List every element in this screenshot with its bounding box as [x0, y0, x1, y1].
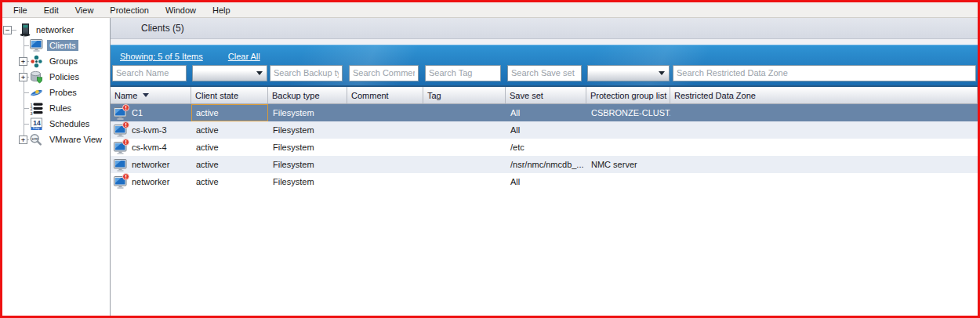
column-header-comment[interactable]: Comment	[347, 87, 423, 103]
search-backup-type-input[interactable]	[270, 65, 343, 81]
tree-item-groups[interactable]: +Groups	[2, 53, 110, 69]
tree-children: Clients+Groups+PoliciesProbes123Rules14F…	[2, 38, 110, 147]
svg-text:3: 3	[31, 110, 33, 115]
table-empty-area[interactable]	[111, 190, 978, 316]
navigation-tree: − networker Clients+Groups+PoliciesProbe…	[2, 18, 111, 316]
client-monitor-icon	[114, 158, 127, 172]
cell-name: !cs-kvm-4	[111, 139, 191, 156]
cell-name: !C1	[111, 104, 191, 121]
menu-file[interactable]: File	[10, 4, 31, 16]
alert-badge-icon: !	[122, 121, 129, 128]
menu-view[interactable]: View	[72, 4, 97, 16]
cell-tag	[423, 104, 506, 121]
client-monitor-icon: !	[114, 175, 127, 189]
cell-restricted-data-zone	[670, 173, 978, 190]
tree-item-label[interactable]: Clients	[47, 40, 78, 51]
cell-client-state: active	[191, 156, 268, 173]
cell-protection-group-list	[586, 139, 670, 156]
table-row[interactable]: !cs-kvm-3activeFilesystemAll	[111, 121, 978, 139]
tree-item-label[interactable]: Groups	[47, 56, 80, 67]
chevron-down-icon	[256, 71, 263, 75]
tree-item-policies[interactable]: +Policies	[2, 69, 110, 85]
filter-cell	[111, 65, 191, 81]
column-header-client-state[interactable]: Client state	[191, 87, 268, 103]
column-header-label: Backup type	[272, 91, 320, 100]
cell-comment	[347, 156, 423, 173]
cell-save-set: /nsr/nmc/nmcdb_...	[506, 156, 586, 173]
cell-comment	[347, 139, 423, 156]
groups-icon	[29, 55, 44, 68]
search-restricted-data-zone-input[interactable]	[673, 65, 976, 81]
cell-name: networker	[111, 156, 191, 173]
client-state-filter-dropdown[interactable]	[192, 65, 267, 81]
cell-backup-type: Filesystem	[268, 139, 347, 156]
tree-item-label[interactable]: Rules	[47, 103, 74, 114]
cell-backup-type: Filesystem	[268, 104, 347, 121]
tree-item-label[interactable]: VMware View	[47, 134, 104, 145]
protection-group-filter-dropdown[interactable]	[587, 65, 670, 81]
cell-tag	[423, 156, 506, 173]
cell-client-state: active	[191, 173, 268, 190]
cell-save-set: /etc	[506, 139, 586, 156]
column-header-label: Tag	[427, 91, 441, 100]
alert-badge-icon: !	[122, 139, 129, 146]
tree-item-rules[interactable]: 123Rules	[2, 100, 110, 116]
search-name-input[interactable]	[112, 65, 187, 81]
cell-restricted-data-zone	[670, 104, 978, 121]
tree-item-vmware-view[interactable]: +vmVMware View	[2, 132, 110, 147]
search-filter-row	[111, 63, 978, 82]
client-name: networker	[132, 160, 169, 169]
tree-item-label[interactable]: Policies	[47, 71, 82, 82]
menu-help[interactable]: Help	[209, 4, 234, 16]
expand-icon[interactable]: +	[19, 136, 27, 144]
tree-item-clients[interactable]: Clients	[2, 38, 110, 53]
table-row[interactable]: networkeractiveFilesystem/nsr/nmc/nmcdb_…	[111, 156, 978, 173]
tree-item-schedules[interactable]: 14FridaySchedules	[2, 116, 110, 132]
schedules-icon: 14Friday	[29, 117, 44, 131]
menu-window[interactable]: Window	[162, 4, 199, 16]
search-tag-input[interactable]	[425, 65, 501, 81]
column-header-tag[interactable]: Tag	[423, 87, 506, 103]
table-row[interactable]: !cs-kvm-4activeFilesystem/etc	[111, 139, 978, 156]
vmware-view-icon: vm	[29, 133, 44, 146]
expand-icon[interactable]: +	[19, 73, 27, 81]
tree-root-label[interactable]: networker	[36, 25, 74, 34]
showing-items-link[interactable]: Showing: 5 of 5 Items	[120, 52, 203, 61]
filter-cell	[347, 65, 423, 81]
column-header-label: Comment	[351, 91, 389, 100]
networker-console-window: FileEditViewProtectionWindowHelp − netwo…	[0, 0, 980, 318]
tree-item-label[interactable]: Schedules	[47, 118, 92, 129]
cell-comment	[347, 173, 423, 190]
tree-item-probes[interactable]: Probes	[2, 85, 110, 100]
cell-comment	[347, 121, 423, 139]
collapse-expander-icon[interactable]: −	[3, 26, 12, 34]
cell-protection-group-list: NMC server	[586, 156, 670, 173]
policies-icon	[29, 70, 44, 84]
column-header-restricted-data-zone[interactable]: Restricted Data Zone	[670, 87, 978, 103]
column-header-protection-group-list[interactable]: Protection group list	[586, 87, 670, 103]
cell-tag	[423, 139, 506, 156]
tree-root-networker[interactable]: − networker	[2, 22, 110, 38]
column-header-backup-type[interactable]: Backup type	[268, 87, 347, 103]
column-header-label: Restricted Data Zone	[674, 91, 756, 100]
column-header-name[interactable]: Name	[111, 87, 191, 103]
column-header-save-set[interactable]: Save set	[506, 87, 586, 103]
filter-cell	[670, 65, 978, 81]
search-comment-input[interactable]	[349, 65, 419, 81]
client-name: networker	[132, 177, 169, 186]
filter-links-row: Showing: 5 of 5 Items Clear All	[111, 45, 978, 63]
filter-cell	[423, 65, 506, 81]
table-row[interactable]: !C1activeFilesystemAllCSBRONZE-CLUST...	[111, 104, 978, 121]
clear-all-link[interactable]: Clear All	[228, 52, 260, 61]
view-header: Clients (5)	[111, 18, 978, 39]
client-name: C1	[132, 108, 143, 117]
expand-icon[interactable]: +	[19, 57, 27, 66]
menu-edit[interactable]: Edit	[41, 4, 62, 16]
monitor-icon	[118, 21, 134, 36]
table-row[interactable]: !networkeractiveFilesystemAll	[111, 173, 978, 190]
menu-protection[interactable]: Protection	[107, 4, 152, 16]
table-column-headers: NameClient stateBackup typeCommentTagSav…	[111, 87, 978, 104]
search-save-set-input[interactable]	[507, 65, 582, 81]
svg-text:Friday: Friday	[33, 127, 40, 130]
tree-item-label[interactable]: Probes	[47, 87, 79, 98]
